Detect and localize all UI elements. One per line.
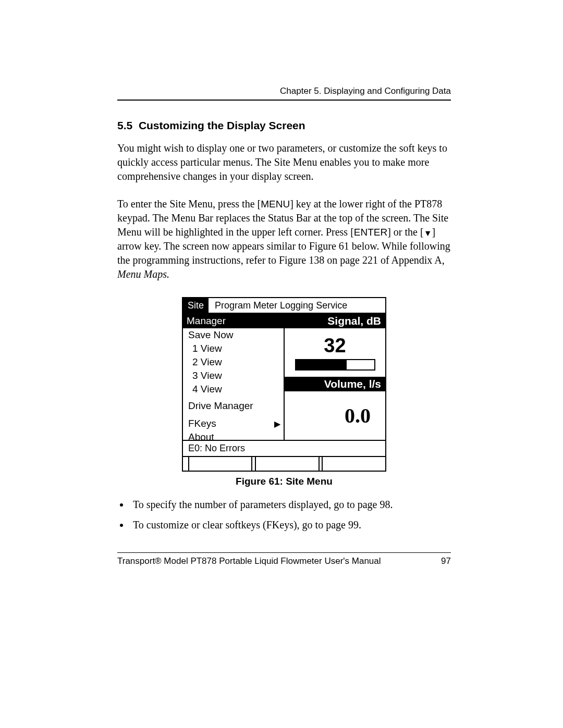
section-number: 5.5 bbox=[117, 119, 132, 131]
menu-tabs-rest[interactable]: Program Meter Logging Service bbox=[210, 298, 385, 313]
figure-caption: Figure 61: Site Menu bbox=[117, 476, 451, 487]
signal-bar-fill bbox=[296, 360, 347, 369]
bullet-2: To customize or clear softkeys (FKeys), … bbox=[130, 519, 451, 531]
softkey-1[interactable] bbox=[189, 457, 253, 471]
signal-readout: 32 bbox=[285, 328, 385, 377]
menu-item-fkeys[interactable]: FKeys ▶ bbox=[183, 417, 284, 430]
volume-readout: 0.0 bbox=[285, 391, 385, 440]
softkey-edge-left bbox=[183, 457, 189, 471]
softkey-gap-2 bbox=[320, 457, 323, 471]
menu-item-2-view[interactable]: 2 View bbox=[183, 355, 284, 369]
bullet-list: To specify the number of parameters disp… bbox=[117, 499, 451, 531]
manual-page: Chapter 5. Displaying and Configuring Da… bbox=[0, 0, 563, 728]
bullet-1: To specify the number of parameters disp… bbox=[130, 499, 451, 511]
volume-value: 0.0 bbox=[285, 403, 385, 428]
paragraph-2: To enter the Site Menu, press the [MENU]… bbox=[117, 197, 451, 281]
menu-item-1-view[interactable]: 1 View bbox=[183, 342, 284, 355]
footer-rule bbox=[117, 552, 451, 553]
section-heading: 5.5 Customizing the Display Screen bbox=[117, 119, 451, 132]
figure-61: Site Program Meter Logging Service Manag… bbox=[117, 297, 451, 487]
softkey-3[interactable] bbox=[323, 457, 385, 471]
softkey-row bbox=[183, 457, 385, 471]
header-rule bbox=[117, 100, 451, 101]
site-menu-dropdown: Manager Save Now 1 View 2 View 3 View 4 … bbox=[183, 314, 285, 440]
softkey-gap-1 bbox=[252, 457, 256, 471]
menu-item-3-view[interactable]: 3 View bbox=[183, 369, 284, 382]
menu-tab-site[interactable]: Site bbox=[183, 298, 210, 313]
menu-maps-ref: Menu Maps. bbox=[117, 268, 169, 280]
page-footer: Transport® Model PT878 Portable Liquid F… bbox=[117, 552, 451, 566]
menu-item-about[interactable]: About bbox=[183, 430, 284, 444]
menu-item-drive-manager[interactable]: Drive Manager bbox=[183, 399, 284, 413]
signal-bar bbox=[295, 359, 375, 371]
keycap-enter: ENTER bbox=[354, 227, 387, 238]
menu-item-save-now[interactable]: Save Now bbox=[183, 328, 284, 342]
screen-body: Manager Save Now 1 View 2 View 3 View 4 … bbox=[183, 314, 385, 441]
section-title: Customizing the Display Screen bbox=[139, 119, 305, 131]
signal-label: Signal, dB bbox=[285, 314, 385, 328]
down-arrow-icon: ▼ bbox=[424, 228, 432, 239]
volume-label: Volume, l/s bbox=[285, 377, 385, 391]
page-number: 97 bbox=[441, 556, 451, 566]
signal-value: 32 bbox=[324, 335, 346, 357]
softkey-2[interactable] bbox=[256, 457, 320, 471]
submenu-arrow-icon: ▶ bbox=[274, 419, 280, 429]
menu-item-manager[interactable]: Manager bbox=[183, 314, 284, 328]
running-head: Chapter 5. Displaying and Configuring Da… bbox=[117, 86, 451, 96]
paragraph-1: You might wish to display one or two par… bbox=[117, 141, 451, 183]
menu-item-fkeys-label: FKeys bbox=[188, 418, 216, 429]
menu-item-4-view[interactable]: 4 View bbox=[183, 382, 284, 396]
device-screen: Site Program Meter Logging Service Manag… bbox=[182, 297, 386, 472]
keycap-menu: MENU bbox=[261, 199, 290, 209]
footer-title: Transport® Model PT878 Portable Liquid F… bbox=[117, 556, 381, 566]
menu-bar: Site Program Meter Logging Service bbox=[183, 298, 385, 314]
readout-panel: Signal, dB 32 Volume, l/s 0.0 bbox=[285, 314, 385, 440]
